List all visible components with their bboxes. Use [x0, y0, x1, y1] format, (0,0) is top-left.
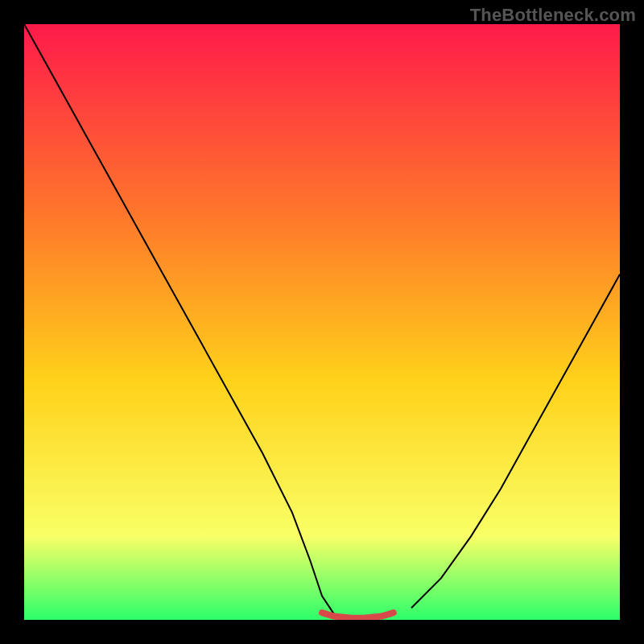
bottleneck-chart	[24, 24, 620, 620]
gradient-background	[24, 24, 620, 620]
plot-area	[24, 24, 620, 620]
watermark-text: TheBottleneck.com	[470, 5, 636, 26]
chart-frame: { "watermark": "TheBottleneck.com", "col…	[0, 0, 644, 644]
